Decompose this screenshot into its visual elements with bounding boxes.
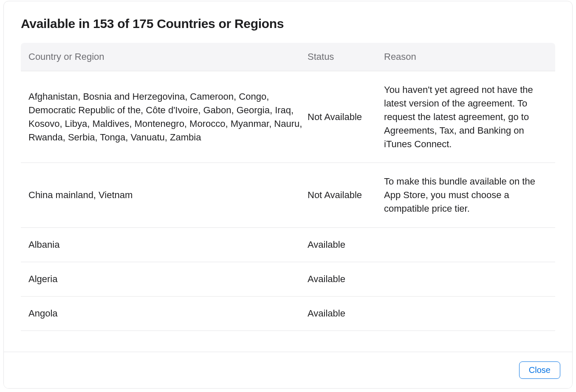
page-title: Available in 153 of 175 Countries or Reg… — [21, 17, 555, 31]
table-row: Angola Available — [21, 297, 555, 331]
table-row: China mainland, Vietnam Not Available To… — [21, 163, 555, 228]
modal-footer: Close — [4, 352, 572, 388]
table-row: Algeria Available — [21, 262, 555, 297]
cell-country: Angola — [28, 307, 308, 320]
availability-table: Country or Region Status Reason Afghanis… — [21, 43, 555, 331]
cell-status: Available — [308, 238, 384, 252]
cell-reason: You haven't yet agreed not have the late… — [384, 83, 548, 151]
table-body: Afghanistan, Bosnia and Herzegovina, Cam… — [21, 71, 555, 331]
cell-status: Available — [308, 307, 384, 320]
cell-country: China mainland, Vietnam — [28, 188, 308, 202]
table-row: Afghanistan, Bosnia and Herzegovina, Cam… — [21, 71, 555, 163]
table-header-row: Country or Region Status Reason — [21, 43, 555, 71]
close-button[interactable]: Close — [519, 361, 560, 379]
header-reason: Reason — [384, 51, 548, 62]
modal-content: Available in 153 of 175 Countries or Reg… — [4, 1, 572, 352]
cell-country: Afghanistan, Bosnia and Herzegovina, Cam… — [28, 90, 308, 144]
cell-country: Algeria — [28, 272, 308, 286]
table-row: Albania Available — [21, 228, 555, 262]
header-status: Status — [308, 51, 384, 62]
cell-status: Available — [308, 272, 384, 286]
cell-status: Not Available — [308, 110, 384, 124]
cell-reason: To make this bundle available on the App… — [384, 175, 548, 216]
cell-status: Not Available — [308, 188, 384, 202]
header-country: Country or Region — [28, 51, 308, 62]
cell-country: Albania — [28, 238, 308, 252]
availability-modal: Available in 153 of 175 Countries or Reg… — [3, 1, 573, 389]
